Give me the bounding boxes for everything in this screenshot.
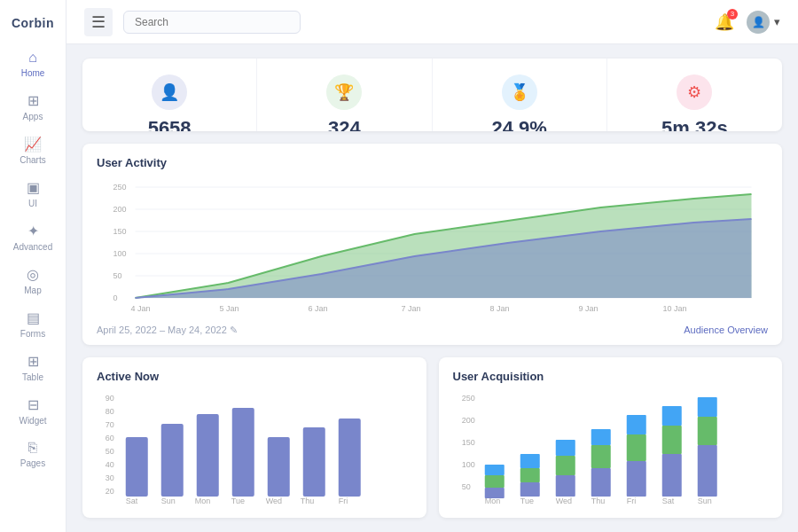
svg-text:30: 30 xyxy=(106,473,114,482)
user-activity-chart: 250 200 150 100 50 0 4 xyxy=(97,176,768,314)
svg-text:Mon: Mon xyxy=(484,497,500,505)
svg-rect-34 xyxy=(303,427,325,497)
pages-icon: ⎘ xyxy=(28,440,37,456)
sidebar-item-label: Charts xyxy=(20,155,45,165)
svg-text:100: 100 xyxy=(113,249,127,258)
svg-text:Thu: Thu xyxy=(591,497,605,505)
user-acquisition-chart: 250 200 150 100 50 xyxy=(453,390,769,505)
sidebar-item-label: Advanced xyxy=(13,242,52,252)
svg-rect-59 xyxy=(591,429,610,445)
sidebar-item-ui[interactable]: ▣ UI xyxy=(0,172,66,215)
svg-rect-56 xyxy=(555,440,575,456)
svg-text:4 Jan: 4 Jan xyxy=(131,304,151,313)
svg-text:50: 50 xyxy=(461,482,470,491)
svg-rect-62 xyxy=(626,415,645,434)
sidebar-item-label: Map xyxy=(24,286,41,295)
svg-text:7 Jan: 7 Jan xyxy=(402,304,421,313)
svg-text:150: 150 xyxy=(113,227,127,236)
bounce-stat-icon: 🏅 xyxy=(502,74,537,110)
svg-text:0: 0 xyxy=(113,293,118,302)
svg-text:40: 40 xyxy=(106,460,114,469)
header-right: 🔔 3 👤 ▾ xyxy=(715,11,780,34)
date-range[interactable]: April 25, 2022 – May 24, 2022 ✎ xyxy=(97,325,238,336)
svg-rect-31 xyxy=(197,414,219,497)
svg-rect-68 xyxy=(697,397,716,417)
svg-rect-33 xyxy=(268,437,290,497)
svg-rect-58 xyxy=(591,445,610,468)
active-now-card: Active Now 90 80 70 60 50 40 30 20 xyxy=(82,357,426,518)
svg-text:50: 50 xyxy=(106,447,114,456)
hamburger-button[interactable]: ☰ xyxy=(84,8,113,36)
svg-text:250: 250 xyxy=(113,183,127,192)
svg-rect-63 xyxy=(661,454,681,497)
svg-rect-52 xyxy=(520,468,539,482)
stat-card-duration: ⚙ 5m 32s Session Duration ▲ 9% xyxy=(607,59,782,131)
stat-cards: 👤 5658 User ▲ 7% 🏆 324 Sessions ▲ 17% xyxy=(82,59,782,131)
sidebar-item-map[interactable]: ◎ Map xyxy=(0,259,66,302)
svg-rect-35 xyxy=(339,419,361,497)
active-now-title: Active Now xyxy=(97,370,412,383)
table-icon: ⊞ xyxy=(27,353,39,370)
svg-rect-57 xyxy=(591,468,610,497)
svg-rect-32 xyxy=(232,408,254,497)
sidebar-item-home[interactable]: ⌂ Home xyxy=(0,43,66,85)
home-icon: ⌂ xyxy=(28,50,37,66)
svg-text:Sun: Sun xyxy=(161,497,176,505)
sidebar-item-label: Home xyxy=(21,68,45,78)
sidebar-item-forms[interactable]: ▤ Forms xyxy=(0,302,66,346)
svg-rect-49 xyxy=(484,475,504,488)
page-content: 👤 5658 User ▲ 7% 🏆 324 Sessions ▲ 17% xyxy=(66,44,798,532)
svg-text:Sat: Sat xyxy=(126,497,138,505)
sidebar-item-charts[interactable]: 📈 Charts xyxy=(0,129,66,172)
sidebar-item-label: Apps xyxy=(23,112,43,121)
active-now-chart: 90 80 70 60 50 40 30 20 xyxy=(97,390,412,505)
bottom-charts: Active Now 90 80 70 60 50 40 30 20 xyxy=(82,357,782,518)
svg-rect-30 xyxy=(161,424,184,497)
audience-overview-link[interactable]: Audience Overview xyxy=(684,325,768,336)
svg-text:250: 250 xyxy=(461,394,474,403)
ui-icon: ▣ xyxy=(27,179,40,196)
svg-text:100: 100 xyxy=(461,460,474,469)
chart-footer: April 25, 2022 – May 24, 2022 ✎ Audience… xyxy=(97,325,768,336)
svg-rect-54 xyxy=(555,475,575,497)
sidebar-item-advanced[interactable]: ✦ Advanced xyxy=(0,215,66,259)
svg-text:90: 90 xyxy=(106,394,114,403)
svg-text:Tue: Tue xyxy=(231,497,245,505)
duration-stat-value: 5m 32s xyxy=(661,117,728,131)
search-input[interactable] xyxy=(123,11,301,34)
svg-text:5 Jan: 5 Jan xyxy=(220,304,239,313)
svg-rect-50 xyxy=(484,465,504,475)
forms-icon: ▤ xyxy=(27,309,40,326)
svg-text:Thu: Thu xyxy=(301,497,315,505)
svg-text:Wed: Wed xyxy=(266,497,282,505)
svg-rect-67 xyxy=(697,417,716,445)
svg-text:200: 200 xyxy=(461,416,474,425)
sidebar-item-widget[interactable]: ⊟ Widget xyxy=(0,389,66,433)
svg-text:60: 60 xyxy=(106,434,114,442)
widget-icon: ⊟ xyxy=(27,396,39,413)
svg-text:Tue: Tue xyxy=(520,497,533,505)
sidebar-item-label: Table xyxy=(22,372,43,382)
user-stat-value: 5658 xyxy=(148,117,192,131)
notification-button[interactable]: 🔔 3 xyxy=(715,12,734,32)
sidebar-item-table[interactable]: ⊞ Table xyxy=(0,346,66,389)
sidebar-item-pages[interactable]: ⎘ Pages xyxy=(0,433,66,475)
svg-text:10 Jan: 10 Jan xyxy=(663,304,687,313)
sidebar-item-label: UI xyxy=(28,199,37,208)
advanced-icon: ✦ xyxy=(27,223,39,239)
user-menu-button[interactable]: 👤 ▾ xyxy=(747,11,780,34)
sessions-stat-value: 324 xyxy=(328,117,361,131)
svg-text:20: 20 xyxy=(106,487,114,496)
svg-text:6 Jan: 6 Jan xyxy=(309,304,328,313)
svg-rect-53 xyxy=(520,454,539,468)
sidebar-item-apps[interactable]: ⊞ Apps xyxy=(0,85,66,129)
stat-card-user: 👤 5658 User ▲ 7% xyxy=(82,59,257,131)
sidebar: Corbin ⌂ Home ⊞ Apps 📈 Charts ▣ UI ✦ Adv… xyxy=(0,0,66,532)
svg-rect-61 xyxy=(626,434,645,461)
stat-card-sessions: 🏆 324 Sessions ▲ 17% xyxy=(257,59,432,131)
user-activity-card: User Activity 250 200 150 100 50 0 xyxy=(82,144,782,345)
sidebar-item-label: Pages xyxy=(20,458,45,468)
svg-text:80: 80 xyxy=(106,407,114,416)
bounce-stat-value: 24.9% xyxy=(491,117,546,131)
svg-text:50: 50 xyxy=(113,271,122,280)
